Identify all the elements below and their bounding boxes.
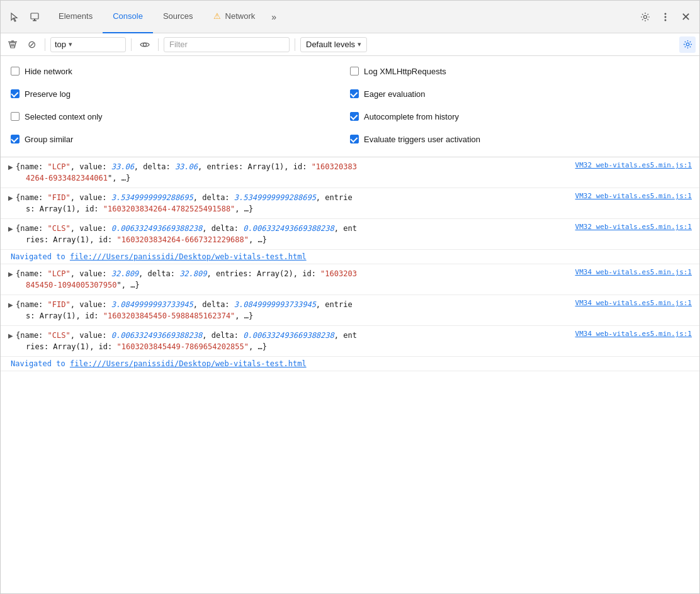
fid2-text: {name: "FID", value: 3.0849999993733945,… (16, 300, 353, 309)
cls1-text: {name: "CLS", value: 0.00633249366938823… (16, 224, 357, 233)
tab-sources-label: Sources (163, 11, 193, 21)
tab-network[interactable]: ⚠ Network (203, 1, 266, 33)
hide-network-label: Hide network (25, 67, 72, 76)
cls2-text2: ries: Array(1), id: "1603203845449-78696… (26, 342, 267, 351)
context-select[interactable]: top ▾ (50, 37, 126, 52)
cls2-toggle[interactable]: ▶ (6, 330, 16, 341)
tab-console-label: Console (113, 11, 143, 21)
hide-network-checkbox[interactable]: Hide network (11, 67, 72, 76)
more-options-btn[interactable] (657, 8, 674, 26)
context-value: top (55, 40, 66, 49)
navigate-entry-2: Navigated to file:///Users/panissidi/Des… (1, 357, 699, 371)
eval-triggers-checkbox[interactable]: Evaluate triggers user activation (350, 135, 480, 144)
divider-2 (131, 38, 132, 51)
cls1-content: {name: "CLS", value: 0.00633249366938823… (16, 221, 575, 247)
block-icon-btn[interactable]: ⊘ (23, 36, 40, 53)
cls2-row: ▶ {name: "CLS", value: 0.006332493669388… (1, 328, 699, 354)
fid2-toggle[interactable]: ▶ (6, 299, 16, 310)
setting-log-xhr: Log XMLHttpRequests (350, 62, 689, 80)
setting-autocomplete: Autocomplete from history (350, 108, 689, 125)
cls1-row: ▶ {name: "CLS", value: 0.006332493669388… (1, 221, 699, 247)
selected-ctx-checkbox[interactable]: Selected context only (11, 112, 103, 121)
tab-more[interactable]: » (265, 1, 283, 33)
console-output: ▶ {name: "LCP", value: 33.06, delta: 33.… (1, 157, 699, 371)
cls1-toggle[interactable]: ▶ (6, 223, 16, 234)
lcp2-row: ▶ {name: "LCP", value: 32.809, delta: 32… (1, 267, 699, 292)
fid2-row: ▶ {name: "FID", value: 3.084999999373394… (1, 298, 699, 323)
selected-ctx-checkbox-box[interactable] (11, 112, 20, 121)
close-icon-btn[interactable]: ✕ (677, 8, 694, 26)
tab-elements[interactable]: Elements (48, 1, 103, 33)
settings-panel: Hide network Log XMLHttpRequests Preserv… (1, 56, 699, 157)
lcp1-source[interactable]: VM32 web-vitals.es5.min.js:1 (575, 160, 699, 169)
preserve-log-checkbox-box[interactable] (11, 89, 20, 98)
autocomplete-checkbox[interactable]: Autocomplete from history (350, 112, 459, 121)
tab-network-label: Network (225, 11, 256, 21)
eager-eval-checkbox-box[interactable] (350, 89, 359, 98)
svg-point-13 (144, 43, 147, 46)
group-similar-checkbox[interactable]: Group similar (11, 135, 73, 144)
cls2-content: {name: "CLS", value: 0.00633249366938823… (16, 328, 575, 354)
eager-eval-checkbox[interactable]: Eager evaluation (350, 89, 426, 99)
svg-rect-2 (34, 19, 35, 20)
lcp2-text: {name: "LCP", value: 32.809, delta: 32.8… (16, 269, 357, 278)
settings-gear-btn[interactable] (679, 36, 696, 53)
log-xhr-checkbox[interactable]: Log XMLHttpRequests (350, 67, 446, 76)
svg-point-6 (665, 19, 667, 21)
preserve-log-checkbox[interactable]: Preserve log (11, 89, 71, 99)
svg-rect-1 (33, 20, 37, 21)
lcp2-text2: 845450-1094005307950", …} (26, 281, 140, 289)
tab-sources[interactable]: Sources (153, 1, 203, 33)
console-entry-cls2: ▶ {name: "CLS", value: 0.006332493669388… (1, 326, 699, 357)
eager-eval-label: Eager evaluation (364, 89, 426, 99)
lcp2-toggle[interactable]: ▶ (6, 268, 16, 279)
group-similar-checkbox-box[interactable] (11, 135, 20, 143)
console-toolbar: ⊘ top ▾ Default levels ▾ (1, 33, 699, 56)
cls1-source[interactable]: VM32 web-vitals.es5.min.js:1 (575, 221, 699, 231)
fid1-content: {name: "FID", value: 3.5349999999288695,… (16, 191, 575, 216)
setting-selected-ctx: Selected context only (11, 108, 350, 125)
fid1-source[interactable]: VM32 web-vitals.es5.min.js:1 (575, 191, 699, 200)
tab-console[interactable]: Console (103, 1, 153, 33)
divider-1 (45, 38, 45, 51)
lcp2-source[interactable]: VM34 web-vitals.es5.min.js:1 (575, 267, 699, 276)
nav1-link[interactable]: file:///Users/panissidi/Desktop/web-vita… (70, 252, 307, 261)
log-xhr-label: Log XMLHttpRequests (364, 67, 446, 76)
eval-triggers-checkbox-box[interactable] (350, 135, 359, 143)
cls2-source[interactable]: VM34 web-vitals.es5.min.js:1 (575, 328, 699, 338)
cursor-icon-btn[interactable] (6, 8, 23, 26)
default-levels-btn[interactable]: Default levels ▾ (300, 37, 367, 52)
tab-bar-right: ✕ (636, 8, 694, 26)
lcp2-left: ▶ {name: "LCP", value: 32.809, delta: 32… (1, 267, 575, 292)
live-expressions-btn[interactable] (137, 36, 153, 53)
filter-input[interactable] (164, 37, 290, 52)
console-entry-lcp1: ▶ {name: "LCP", value: 33.06, delta: 33.… (1, 157, 699, 188)
autocomplete-checkbox-box[interactable] (350, 112, 359, 121)
lcp1-content: {name: "LCP", value: 33.06, delta: 33.06… (16, 160, 575, 185)
nav1-text: Navigated to file:///Users/panissidi/Des… (11, 252, 307, 261)
divider-4 (295, 38, 295, 51)
svg-point-14 (686, 43, 689, 46)
fid1-text: {name: "FID", value: 3.5349999999288695,… (16, 193, 353, 202)
tab-elements-label: Elements (59, 11, 93, 21)
svg-point-4 (665, 13, 667, 14)
fid2-left: ▶ {name: "FID", value: 3.084999999373394… (1, 298, 575, 323)
fid2-text2: s: Array(1), id: "1603203845450-59884851… (26, 311, 253, 320)
setting-group-similar: Group similar (11, 130, 350, 148)
setting-eager-eval: Eager evaluation (350, 85, 689, 103)
log-xhr-checkbox-box[interactable] (350, 67, 359, 76)
console-entry-lcp2: ▶ {name: "LCP", value: 32.809, delta: 32… (1, 264, 699, 295)
cls2-text: {name: "CLS", value: 0.00633249366938823… (16, 331, 357, 340)
navigate-entry-1: Navigated to file:///Users/panissidi/Des… (1, 250, 699, 264)
fid2-source[interactable]: VM34 web-vitals.es5.min.js:1 (575, 298, 699, 307)
inspect-icon-btn[interactable] (26, 8, 43, 26)
fid1-toggle[interactable]: ▶ (6, 192, 16, 203)
clear-console-btn[interactable] (4, 36, 21, 53)
console-entry-fid2: ▶ {name: "FID", value: 3.084999999373394… (1, 295, 699, 326)
setting-hide-network: Hide network (11, 62, 350, 80)
gear-icon-btn[interactable] (636, 8, 654, 26)
hide-network-checkbox-box[interactable] (11, 67, 20, 76)
nav2-link[interactable]: file:///Users/panissidi/Desktop/web-vita… (70, 359, 307, 368)
lcp1-toggle[interactable]: ▶ (6, 161, 16, 172)
console-entry-cls1: ▶ {name: "CLS", value: 0.006332493669388… (1, 219, 699, 250)
